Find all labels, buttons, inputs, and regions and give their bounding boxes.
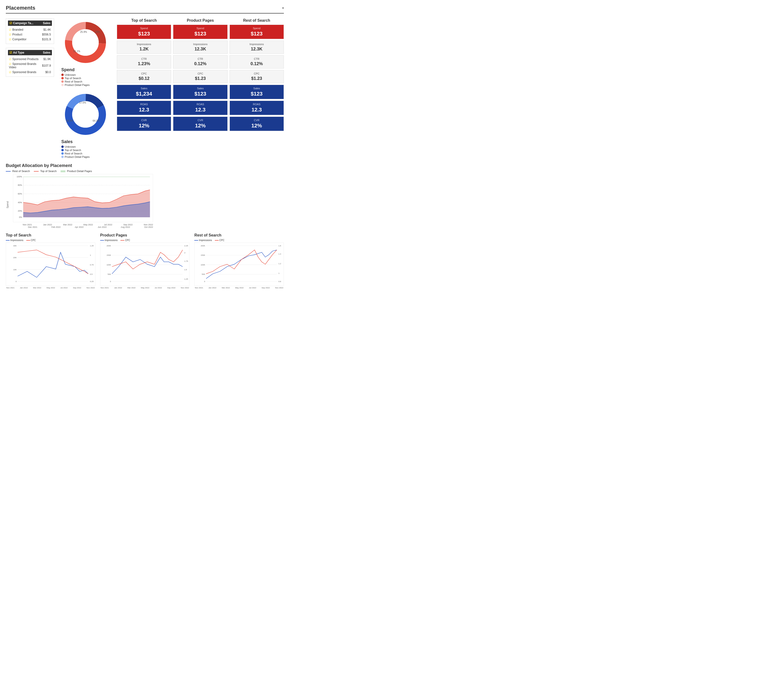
metrics-header-row: Top of Search Product Pages Rest of Sear… (117, 18, 284, 23)
row-value: $107.9 (42, 64, 51, 68)
row-checkbox[interactable]: ☑ (9, 63, 12, 66)
metric-value: 12.3K (175, 46, 225, 52)
metric-value: $0.12 (119, 76, 169, 81)
metric-cell: ROAS12.3 (117, 100, 171, 115)
top-section: ☑Campaign Ta... Sales ☑Branded$1.4K☑Prod… (6, 18, 284, 158)
svg-text:0: 0 (110, 280, 111, 283)
metric-value: $1.23 (232, 76, 282, 81)
metric-cell: Impressions1.2K (117, 41, 171, 54)
svg-text:18.3%: 18.3% (66, 119, 73, 122)
svg-text:0: 0 (204, 280, 206, 283)
budget-legend: Rest of Search Top of Search Product Det… (6, 170, 284, 173)
metric-label: Impressions (175, 43, 225, 46)
metric-value: 12% (175, 123, 225, 129)
metric-value: $123 (232, 31, 282, 37)
col-header-product-pages: Product Pages (173, 18, 227, 23)
row-value: $101.9 (42, 38, 51, 41)
metric-cell: ROAS12.3 (229, 100, 284, 115)
adtype-checkbox[interactable]: ☑ (10, 51, 12, 54)
row-checkbox[interactable]: ☑ (9, 71, 12, 74)
metric-value: $123 (232, 91, 282, 97)
col-header-rest-search: Rest of Search (229, 18, 284, 23)
adtype-table-row[interactable]: ☑Sponsored Products$1.9K (8, 57, 52, 61)
metric-value: 1.2K (119, 46, 169, 52)
bottom-chart-rest-search-legend: Impressions CPC (194, 239, 284, 242)
metric-cell: CTR0.12% (229, 55, 284, 69)
budget-x-labels-bottom: Dec 2021 Feb 2022 Apr 2022 Jun 2022 Aug … (13, 226, 153, 228)
metric-cell: CVR12% (229, 117, 284, 131)
metric-cell: Spend$123 (117, 25, 171, 39)
svg-text:0.5: 0.5 (90, 273, 93, 276)
metric-value: 12% (232, 123, 282, 129)
metric-label: Sales (232, 87, 282, 90)
campaign-table-row[interactable]: ☑Product$556.5 (8, 32, 52, 37)
bottom-chart-rest-search: Rest of Search Impressions CPC 200K 150K… (194, 233, 284, 289)
metrics-row: ROAS12.3ROAS12.3ROAS12.3 (117, 100, 284, 115)
svg-text:50K: 50K (108, 273, 111, 276)
metric-value: $1.23 (175, 76, 225, 81)
metric-value: 1.23% (119, 61, 169, 66)
adtype-table-row[interactable]: ☑Sponsored Brands$0.0 (8, 70, 52, 74)
metric-cell: CVR12% (173, 117, 227, 131)
metrics-row: Spend$123Spend$123Spend$123 (117, 25, 284, 39)
metric-label: ROAS (119, 103, 169, 106)
metric-cell: Impressions12.3K (229, 41, 284, 54)
bottom-chart-rest-search-x: Nov 2021 Jan 2022 Mar 2022 May 2022 Jul … (194, 287, 284, 289)
metric-cell: Impressions12.3K (173, 41, 227, 54)
svg-text:0%: 0% (19, 216, 22, 218)
header-dropdown-icon[interactable]: ▾ (282, 6, 284, 10)
metric-cell: CPC$1.23 (229, 70, 284, 83)
metric-value: 12.3 (232, 107, 282, 113)
metric-label: CVR (119, 119, 169, 122)
metric-cell: Spend$123 (229, 25, 284, 39)
svg-text:150K: 150K (201, 254, 206, 256)
svg-text:100K: 100K (201, 264, 206, 266)
metric-label: ROAS (175, 103, 225, 106)
metric-value: 12.3K (232, 46, 282, 52)
row-checkbox[interactable]: ☑ (9, 33, 12, 36)
svg-text:1.25: 1.25 (184, 278, 188, 280)
metric-value: $1,234 (119, 91, 169, 97)
row-checkbox[interactable]: ☑ (9, 38, 12, 41)
campaign-table-row[interactable]: ☑Competitor$101.9 (8, 37, 52, 42)
row-label: Competitor (12, 38, 26, 41)
metric-label: CPC (175, 72, 225, 75)
metric-label: CVR (232, 119, 282, 122)
budget-title: Budget Allocation by Placement (6, 163, 284, 168)
svg-text:50K: 50K (202, 273, 206, 276)
svg-text:64.2%: 64.2% (93, 119, 99, 122)
campaign-checkbox[interactable]: ☑ (10, 21, 12, 25)
metric-label: Spend (232, 27, 282, 30)
metric-cell: CPC$0.12 (117, 70, 171, 83)
metric-value: 12.3 (175, 107, 225, 113)
bottom-chart-top-search-x: Nov 2021 Jan 2022 Mar 2022 May 2022 Jul … (6, 287, 96, 289)
rest-search-line-chart: 200K 150K 100K 50K 0 1.6 1.4 1.2 1 0.8 (194, 242, 284, 286)
metric-label: Sales (119, 87, 169, 90)
svg-text:1.6: 1.6 (278, 245, 282, 247)
row-checkbox[interactable]: ☑ (9, 28, 12, 31)
metric-cell: CTR1.23% (117, 55, 171, 69)
sales-title: Sales (61, 139, 110, 144)
svg-text:20%: 20% (18, 210, 22, 212)
adtype-table-row[interactable]: ☑Sponsored Brands Video$107.9 (8, 61, 52, 70)
bottom-chart-product-pages-legend: Impressions CPC (100, 239, 190, 242)
svg-text:1: 1 (278, 272, 280, 274)
metrics-row: Impressions1.2KImpressions12.3KImpressio… (117, 41, 284, 54)
budget-y-axis-label: Spend (6, 201, 9, 208)
metrics-row: CTR1.23%CTR0.12%CTR0.12% (117, 55, 284, 69)
svg-text:2: 2 (184, 252, 185, 254)
campaign-table-row[interactable]: ☑Branded$1.4K (8, 27, 52, 32)
budget-section: Budget Allocation by Placement Rest of S… (6, 163, 284, 228)
page-header: Placements ▾ (6, 5, 284, 13)
budget-x-labels-top: Nov 2021 Jan 2022 Mar 2022 May 2022 Jul … (13, 224, 153, 226)
bottom-chart-top-search-title: Top of Search (6, 233, 96, 237)
metric-cell: CPC$1.23 (173, 70, 227, 83)
svg-text:0.75: 0.75 (90, 264, 94, 266)
svg-text:80%: 80% (18, 184, 22, 186)
metric-label: Impressions (232, 43, 282, 46)
svg-text:1.25: 1.25 (90, 245, 94, 247)
bottom-chart-top-search-legend: Impressions CPC (6, 239, 96, 242)
budget-chart-area: Spend 100% 80% 60% 40% 20% 0% (6, 174, 284, 228)
row-checkbox[interactable]: ☑ (9, 58, 12, 61)
bottom-chart-product-pages-x: Nov 2021 Jan 2022 Mar 2022 May 2022 Jul … (100, 287, 190, 289)
